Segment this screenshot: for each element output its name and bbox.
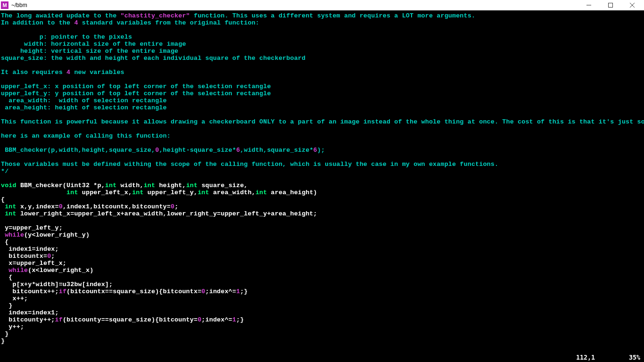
scroll-percent: 35%: [629, 354, 640, 361]
window-title: ~/bbm: [11, 2, 27, 9]
code-line: while(x<lower_right_x): [1, 267, 93, 274]
code-line: index1=index;: [1, 246, 59, 253]
comment-line: upper_left_x: x position of top left cor…: [1, 83, 271, 90]
code-line: index=index1;: [1, 309, 59, 316]
code-line: }: [1, 330, 8, 337]
code-line: {: [1, 239, 8, 246]
code-line: int upper_left_x,int upper_left_y,int ar…: [1, 189, 317, 196]
comment-line: width: horizontal size of the entire ima…: [1, 41, 186, 48]
app-icon: M: [1, 1, 8, 9]
code-line: x++;: [1, 295, 28, 302]
code-line: {: [1, 196, 5, 203]
code-line: x=upper_left_x;: [1, 260, 66, 267]
titlebar: M ~/bbm: [0, 0, 644, 10]
comment-line: In addition to the 4 standard variables …: [1, 19, 259, 26]
code-line: int lower_right_x=upper_left_x+area_widt…: [1, 210, 317, 217]
maximize-button[interactable]: [600, 0, 621, 10]
code-line: bitcountx++;if(bitcountx==square_size){b…: [1, 288, 248, 295]
editor-content[interactable]: The long awaited update to the "chastity…: [0, 10, 644, 346]
code-line: int x,y,index=0,index1,bitcountx,bitcoun…: [1, 203, 178, 210]
code-line: void BBM_checker(Uint32 *p,int width,int…: [1, 182, 248, 189]
code-line: bitcounty++;if(bitcounty==square_size){b…: [1, 316, 244, 323]
code-line: bitcountx=0;: [1, 253, 55, 260]
code-line: while(y<lower_right_y): [1, 231, 90, 239]
code-line: y++;: [1, 323, 24, 330]
comment-line: This function is powerful because it all…: [1, 118, 644, 125]
comment-line: here is an example of calling this funct…: [1, 132, 171, 140]
comment-line: area_width: width of selection rectangle: [1, 97, 167, 104]
comment-line: square_size: the width and height of eac…: [1, 55, 305, 62]
close-button[interactable]: [621, 0, 643, 10]
comment-line: It also requires 4 new variables: [1, 69, 124, 76]
status-bar: 112,1 35%: [576, 354, 640, 361]
comment-line: upper_left_y: y position of top left cor…: [1, 90, 271, 97]
comment-line: BBM_checker(p,width,height,square_size,0…: [1, 147, 325, 154]
comment-line: The long awaited update to the "chastity…: [1, 12, 475, 19]
code-line: }: [1, 302, 13, 309]
minimize-button[interactable]: [578, 0, 600, 10]
comment-end: */: [1, 168, 8, 175]
svg-rect-1: [609, 3, 613, 8]
window-controls: [578, 0, 643, 10]
comment-line: Those variables must be defined withing …: [1, 161, 498, 168]
code-line: y=upper_left_y;: [1, 224, 63, 231]
cursor-position: 112,1: [576, 354, 595, 361]
code-line: }: [1, 337, 5, 345]
comment-line: p: pointer to the pixels: [1, 33, 132, 41]
code-line: {: [1, 274, 13, 281]
code-line: p[x+y*width]=u32bw[index];: [1, 281, 113, 288]
comment-line: area_height: height of selection rectang…: [1, 104, 167, 111]
comment-line: height: vertical size of the entire imag…: [1, 48, 178, 55]
